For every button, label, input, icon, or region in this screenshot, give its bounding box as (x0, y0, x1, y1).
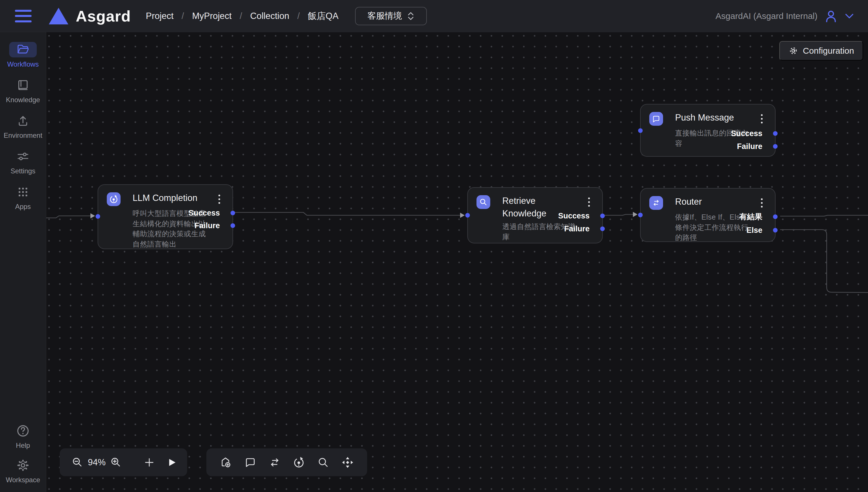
output-label-else: Else (746, 226, 762, 235)
kebab-menu-icon[interactable] (756, 112, 768, 126)
scenario-select[interactable]: 客服情境 (355, 7, 427, 25)
output-port-result[interactable] (773, 215, 777, 219)
book-icon (17, 79, 29, 91)
user-icon[interactable] (824, 9, 838, 23)
folder-icon (16, 44, 30, 56)
apps-grid-icon (17, 186, 29, 198)
swap-arrows-icon (649, 196, 663, 210)
node-push-message[interactable]: Push Message 直接輸出訊息的回應內容 Success Failure (640, 104, 775, 157)
search-icon[interactable] (315, 454, 331, 470)
sidebar-item-label: Help (16, 441, 30, 449)
sliders-icon (17, 150, 29, 163)
input-port[interactable] (96, 214, 100, 219)
sidebar-item-label: Apps (15, 203, 31, 211)
input-port[interactable] (638, 213, 643, 217)
sidebar-nav: Workflows Knowledge Environment (0, 32, 46, 492)
chevron-down-icon[interactable] (844, 13, 854, 20)
chat-bubble-icon[interactable] (242, 454, 258, 470)
node-retrieve-knowledge[interactable]: Retrieve Knowledge 透過自然語言檢索知識庫 Success F… (467, 187, 603, 243)
node-title: LLM Completion (132, 192, 197, 204)
sidebar-item-label: Environment (4, 131, 43, 140)
breadcrumb-myproject[interactable]: MyProject (192, 11, 232, 21)
output-label-failure: Failure (564, 224, 590, 233)
sidebar-item-environment[interactable]: Environment (0, 113, 46, 140)
configuration-button[interactable]: Configuration (779, 41, 863, 60)
node-title: Push Message (675, 112, 734, 124)
account-label: AsgardAI (Asgard Internal) (716, 11, 817, 21)
sidebar-item-knowledge[interactable]: Knowledge (0, 77, 46, 104)
output-port-success[interactable] (773, 131, 777, 136)
output-port-failure[interactable] (773, 144, 777, 149)
kebab-menu-icon[interactable] (583, 195, 595, 210)
breadcrumb-separator: / (240, 11, 242, 21)
output-label-failure: Failure (194, 221, 220, 230)
output-label-success: Success (188, 209, 220, 218)
app-header: Asgard Project / MyProject / Collection … (0, 0, 868, 32)
output-port-success[interactable] (230, 211, 235, 215)
add-node-button[interactable] (141, 454, 157, 470)
logo-triangle-icon (49, 8, 68, 24)
scenario-select-value: 客服情境 (367, 10, 402, 22)
breadcrumb-separator: / (297, 11, 300, 21)
breadcrumb-separator: / (182, 11, 184, 21)
help-circle-icon (16, 424, 30, 438)
sidebar-item-apps[interactable]: Apps (0, 184, 46, 211)
zoom-out-icon[interactable] (70, 454, 85, 470)
add-trigger-icon[interactable] (218, 454, 234, 470)
kebab-menu-icon[interactable] (214, 192, 225, 207)
logo-text: Asgard (76, 7, 131, 25)
gear-icon (16, 459, 30, 472)
zoom-toolbar: 94% (60, 448, 187, 476)
swap-arrows-icon[interactable] (267, 454, 283, 470)
dpad-fit-icon[interactable] (340, 454, 356, 470)
chat-bubble-icon (649, 112, 663, 126)
zoom-level: 94% (88, 457, 106, 468)
node-palette-toolbar (206, 448, 367, 476)
upload-icon (17, 115, 29, 127)
sidebar-item-label: Settings (10, 167, 35, 175)
breadcrumb: Project / MyProject / Collection / 飯店QA (146, 10, 339, 22)
node-description: 依據If、Else If、Else條件決定工作流程執行的路徑 (675, 212, 749, 243)
sidebar-item-help[interactable]: Help (0, 423, 46, 449)
sidebar-item-settings[interactable]: Settings (0, 149, 46, 175)
output-label-success: Success (731, 129, 762, 138)
llm-cycle-bulb-icon (107, 192, 121, 206)
output-label-result: 有結果 (739, 212, 762, 222)
sidebar-item-label: Workflows (7, 60, 39, 68)
node-llm-completion[interactable]: LLM Completion 呼叫大型語言模型並產生結構化的資料輸出以輔助流程的… (98, 184, 233, 249)
workflow-edges (46, 32, 868, 492)
output-port-failure[interactable] (230, 223, 235, 228)
run-workflow-button[interactable] (164, 454, 180, 470)
kebab-menu-icon[interactable] (756, 195, 768, 211)
gear-icon (789, 46, 798, 56)
output-port-else[interactable] (773, 228, 777, 232)
output-label-failure: Failure (737, 142, 762, 151)
input-port[interactable] (465, 213, 470, 218)
output-port-failure[interactable] (600, 226, 605, 231)
hamburger-menu-icon[interactable] (15, 10, 31, 22)
breadcrumb-project[interactable]: Project (146, 11, 173, 21)
app-logo: Asgard (49, 7, 131, 25)
selector-up-down-icon (407, 11, 415, 21)
sidebar-item-workflows[interactable]: Workflows (0, 42, 46, 68)
sidebar-item-label: Knowledge (6, 96, 40, 104)
breadcrumb-workflow-name[interactable]: 飯店QA (308, 10, 339, 22)
breadcrumb-collection[interactable]: Collection (250, 11, 289, 21)
node-router[interactable]: Router 依據If、Else If、Else條件決定工作流程執行的路徑 有結… (640, 188, 775, 242)
magnifier-icon (476, 195, 490, 209)
output-label-success: Success (558, 212, 590, 220)
zoom-in-icon[interactable] (108, 454, 124, 470)
sidebar-item-label: Workspace (6, 476, 40, 484)
llm-cycle-bulb-icon[interactable] (291, 454, 307, 470)
configuration-label: Configuration (803, 46, 854, 56)
input-port[interactable] (638, 128, 643, 133)
node-title: Router (675, 195, 702, 208)
sidebar-item-workspace[interactable]: Workspace (0, 458, 46, 484)
workflow-canvas[interactable]: Configuration LLM Completion 呼叫大型語言模型並產生… (46, 32, 868, 492)
output-port-success[interactable] (600, 214, 605, 218)
